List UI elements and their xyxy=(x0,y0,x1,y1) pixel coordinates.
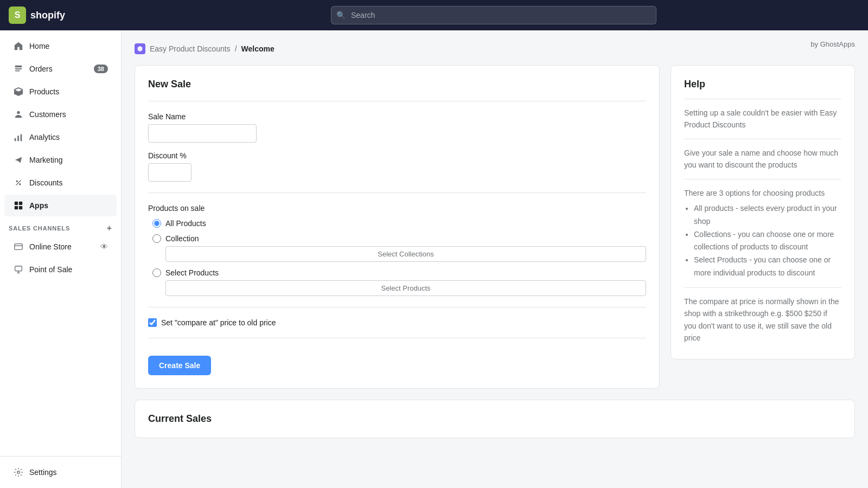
svg-rect-4 xyxy=(15,138,16,141)
sidebar-item-label: Orders xyxy=(29,65,53,73)
products-on-sale-label: Products on sale xyxy=(148,204,646,213)
sidebar-item-apps[interactable]: Apps xyxy=(4,195,117,216)
sidebar-item-discounts[interactable]: Discounts xyxy=(4,172,117,194)
sidebar-item-customers[interactable]: Customers xyxy=(4,104,117,125)
search-bar: 🔍 xyxy=(331,6,656,24)
products-icon xyxy=(13,86,24,97)
svg-rect-14 xyxy=(15,244,22,250)
current-sales-card: Current Sales xyxy=(135,400,855,438)
help-card: Help Setting up a sale couldn't be easie… xyxy=(671,65,855,359)
sidebar-item-settings[interactable]: Settings xyxy=(4,461,117,483)
sales-channels-label: SALES CHANNELS + xyxy=(0,217,121,235)
select-products-option: Select Products Select Products xyxy=(152,268,646,296)
sale-name-group: Sale Name xyxy=(148,112,646,143)
online-store-label: Online Store xyxy=(29,242,72,251)
help-option-3: Select Products - you can choose one or … xyxy=(694,254,841,280)
svg-rect-1 xyxy=(15,68,22,69)
sidebar-item-label: Home xyxy=(29,42,49,50)
sidebar-item-orders[interactable]: Orders 38 xyxy=(4,58,117,80)
collection-label[interactable]: Collection xyxy=(152,234,646,243)
sidebar-item-label: Analytics xyxy=(29,133,60,142)
svg-point-3 xyxy=(17,111,20,114)
marketing-icon xyxy=(13,155,24,165)
sidebar-item-products[interactable]: Products xyxy=(4,81,117,102)
discount-input[interactable] xyxy=(148,163,192,182)
help-option-2: Collections - you can choose one or more… xyxy=(694,228,841,254)
top-navigation: S shopify 🔍 xyxy=(0,0,868,30)
sidebar-item-analytics[interactable]: Analytics xyxy=(4,126,117,148)
sidebar-item-home[interactable]: Home xyxy=(4,35,117,57)
svg-rect-12 xyxy=(15,206,18,209)
sale-name-input[interactable] xyxy=(148,124,257,143)
main-content: Easy Product Discounts / Welcome by Ghos… xyxy=(122,30,868,488)
breadcrumb-separator: / xyxy=(235,44,237,53)
breadcrumb: Easy Product Discounts / Welcome xyxy=(135,43,855,54)
sale-name-label: Sale Name xyxy=(148,112,646,121)
help-options-intro: There are 3 options for choosing product… xyxy=(684,187,841,199)
help-title: Help xyxy=(684,79,841,90)
apps-icon xyxy=(13,200,24,211)
sidebar-item-point-of-sale[interactable]: Point of Sale xyxy=(4,259,117,280)
collection-radio[interactable] xyxy=(152,234,161,243)
svg-rect-5 xyxy=(17,136,19,141)
select-products-button[interactable]: Select Products xyxy=(165,280,646,296)
sidebar-item-label: Point of Sale xyxy=(29,265,72,274)
svg-rect-6 xyxy=(21,134,22,142)
products-radio-group: All Products Collection Select Collectio… xyxy=(148,219,646,296)
logo: S shopify xyxy=(9,7,128,24)
new-sale-card: New Sale Sale Name Discount % Products o… xyxy=(135,65,660,389)
customers-icon xyxy=(13,109,24,120)
sidebar-item-label: Discounts xyxy=(29,178,62,187)
app-icon xyxy=(135,43,145,54)
select-collections-button[interactable]: Select Collections xyxy=(165,246,646,262)
settings-icon xyxy=(13,467,24,478)
help-option-1: All products - selects every product in … xyxy=(694,202,841,228)
eye-icon[interactable]: 👁 xyxy=(100,242,108,251)
discounts-icon xyxy=(13,177,24,188)
search-input[interactable] xyxy=(331,6,656,24)
all-products-label[interactable]: All Products xyxy=(152,219,646,228)
add-sales-channel-icon[interactable]: + xyxy=(107,223,112,233)
sidebar-item-label: Marketing xyxy=(29,156,62,164)
svg-rect-2 xyxy=(15,70,20,72)
sidebar-item-label: Apps xyxy=(29,201,48,210)
compare-at-label: Set "compare at" price to old price xyxy=(161,318,276,327)
svg-rect-11 xyxy=(19,202,22,205)
current-sales-title: Current Sales xyxy=(148,413,841,425)
select-products-radio[interactable] xyxy=(152,268,161,277)
compare-at-checkbox[interactable] xyxy=(148,318,157,327)
svg-rect-15 xyxy=(15,266,22,271)
compare-at-price-row: Set "compare at" price to old price xyxy=(148,318,646,327)
sidebar: Home Orders 38 Products Customers Anal xyxy=(0,30,122,488)
home-icon xyxy=(13,41,24,52)
orders-badge: 38 xyxy=(94,65,108,73)
all-products-option: All Products xyxy=(152,219,646,228)
search-icon: 🔍 xyxy=(336,11,346,20)
select-products-label[interactable]: Select Products xyxy=(152,268,646,277)
new-sale-title: New Sale xyxy=(148,79,646,90)
all-products-radio[interactable] xyxy=(152,219,161,228)
breadcrumb-current: Welcome xyxy=(241,44,275,53)
discount-label: Discount % xyxy=(148,151,646,160)
sidebar-item-label: Customers xyxy=(29,110,66,119)
sidebar-item-marketing[interactable]: Marketing xyxy=(4,149,117,171)
sidebar-item-online-store[interactable]: Online Store 👁 xyxy=(4,236,117,258)
help-instruction: Give your sale a name and choose how muc… xyxy=(684,147,841,171)
help-compare-at: The compare at price is normally shown i… xyxy=(684,296,841,344)
point-of-sale-icon xyxy=(13,264,24,275)
help-intro: Setting up a sale couldn't be easier wit… xyxy=(684,107,841,131)
content-grid: New Sale Sale Name Discount % Products o… xyxy=(135,65,855,389)
analytics-icon xyxy=(13,132,24,143)
online-store-icon xyxy=(13,241,24,252)
logo-text: shopify xyxy=(30,10,65,21)
shopify-logo-icon: S xyxy=(9,7,26,24)
svg-point-16 xyxy=(17,471,20,474)
by-ghostapps: by GhostApps xyxy=(810,40,855,48)
svg-rect-0 xyxy=(15,66,22,68)
orders-icon xyxy=(13,63,24,74)
svg-point-7 xyxy=(16,181,18,183)
breadcrumb-app-link[interactable]: Easy Product Discounts xyxy=(150,44,231,53)
sidebar-item-label: Products xyxy=(29,87,59,96)
svg-rect-13 xyxy=(19,206,22,209)
create-sale-button[interactable]: Create Sale xyxy=(148,356,211,375)
